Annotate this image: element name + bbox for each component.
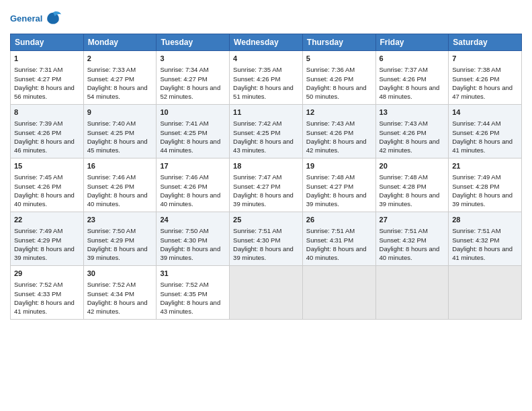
daylight-label: Daylight: 8 hours and 42 minutes. bbox=[380, 138, 440, 154]
daylight-label: Daylight: 8 hours and 44 minutes. bbox=[160, 138, 220, 154]
sunrise-label: Sunrise: 7:43 AM bbox=[306, 120, 355, 127]
header: General bbox=[10, 7, 522, 28]
day-number: 2 bbox=[87, 54, 153, 64]
day-number: 26 bbox=[306, 215, 372, 225]
day-number: 12 bbox=[306, 107, 372, 118]
logo-general: General bbox=[10, 13, 42, 24]
day-number: 14 bbox=[452, 107, 518, 118]
week-row-4: 22Sunrise: 7:49 AMSunset: 4:29 PMDayligh… bbox=[11, 212, 522, 266]
sunset-label: Sunset: 4:30 PM bbox=[233, 236, 280, 244]
sunrise-label: Sunrise: 7:40 AM bbox=[87, 120, 136, 127]
daylight-label: Daylight: 8 hours and 39 minutes. bbox=[87, 245, 148, 261]
daylight-label: Daylight: 8 hours and 45 minutes. bbox=[87, 138, 148, 154]
daylight-label: Daylight: 8 hours and 39 minutes. bbox=[233, 245, 294, 261]
daylight-label: Daylight: 8 hours and 48 minutes. bbox=[380, 84, 440, 100]
day-number: 24 bbox=[160, 215, 226, 225]
day-number: 29 bbox=[14, 269, 80, 279]
sunset-label: Sunset: 4:26 PM bbox=[14, 129, 61, 136]
sunset-label: Sunset: 4:26 PM bbox=[380, 129, 427, 136]
calendar-cell: 23Sunrise: 7:50 AMSunset: 4:29 PMDayligh… bbox=[83, 212, 157, 266]
calendar-cell: 21Sunrise: 7:49 AMSunset: 4:28 PMDayligh… bbox=[449, 158, 522, 212]
daylight-label: Daylight: 8 hours and 39 minutes. bbox=[452, 191, 513, 208]
day-number: 3 bbox=[160, 54, 226, 64]
col-header-friday: Friday bbox=[375, 34, 449, 51]
sunrise-label: Sunrise: 7:49 AM bbox=[452, 173, 500, 181]
sunrise-label: Sunrise: 7:45 AM bbox=[14, 173, 62, 181]
daylight-label: Daylight: 8 hours and 39 minutes. bbox=[380, 191, 440, 208]
daylight-label: Daylight: 8 hours and 40 minutes. bbox=[380, 245, 440, 261]
daylight-label: Daylight: 8 hours and 43 minutes. bbox=[233, 138, 294, 154]
calendar-cell: 2Sunrise: 7:33 AMSunset: 4:27 PMDaylight… bbox=[83, 51, 157, 105]
sunrise-label: Sunrise: 7:46 AM bbox=[160, 173, 208, 181]
sunrise-label: Sunrise: 7:37 AM bbox=[380, 66, 428, 73]
daylight-label: Daylight: 8 hours and 51 minutes. bbox=[233, 84, 294, 100]
daylight-label: Daylight: 8 hours and 39 minutes. bbox=[233, 191, 294, 208]
sunset-label: Sunset: 4:31 PM bbox=[306, 236, 353, 244]
daylight-label: Daylight: 8 hours and 50 minutes. bbox=[306, 84, 367, 100]
calendar-cell: 27Sunrise: 7:51 AMSunset: 4:32 PMDayligh… bbox=[375, 212, 449, 266]
sunset-label: Sunset: 4:27 PM bbox=[160, 75, 207, 83]
day-number: 6 bbox=[380, 54, 445, 64]
sunset-label: Sunset: 4:26 PM bbox=[306, 75, 353, 83]
week-row-2: 8Sunrise: 7:39 AMSunset: 4:26 PMDaylight… bbox=[11, 105, 522, 158]
daylight-label: Daylight: 8 hours and 47 minutes. bbox=[452, 84, 513, 100]
calendar-cell: 1Sunrise: 7:31 AMSunset: 4:27 PMDaylight… bbox=[11, 51, 84, 105]
sunset-label: Sunset: 4:35 PM bbox=[160, 290, 207, 298]
sunrise-label: Sunrise: 7:34 AM bbox=[160, 66, 208, 73]
day-number: 25 bbox=[233, 215, 299, 225]
daylight-label: Daylight: 8 hours and 42 minutes. bbox=[87, 299, 148, 315]
daylight-label: Daylight: 8 hours and 52 minutes. bbox=[160, 84, 220, 100]
sunrise-label: Sunrise: 7:35 AM bbox=[233, 66, 281, 73]
daylight-label: Daylight: 8 hours and 40 minutes. bbox=[306, 245, 367, 261]
col-header-monday: Monday bbox=[83, 34, 157, 51]
sunset-label: Sunset: 4:26 PM bbox=[160, 183, 207, 190]
day-number: 19 bbox=[306, 161, 372, 171]
col-header-sunday: Sunday bbox=[11, 34, 84, 51]
calendar-cell: 3Sunrise: 7:34 AMSunset: 4:27 PMDaylight… bbox=[157, 51, 230, 105]
day-number: 21 bbox=[452, 161, 518, 171]
day-number: 27 bbox=[380, 215, 445, 225]
daylight-label: Daylight: 8 hours and 39 minutes. bbox=[14, 245, 75, 261]
sunrise-label: Sunrise: 7:39 AM bbox=[14, 120, 62, 127]
sunrise-label: Sunrise: 7:36 AM bbox=[306, 66, 355, 73]
sunset-label: Sunset: 4:27 PM bbox=[306, 183, 353, 190]
calendar-cell: 7Sunrise: 7:38 AMSunset: 4:26 PMDaylight… bbox=[449, 51, 522, 105]
sunset-label: Sunset: 4:26 PM bbox=[380, 75, 427, 83]
sunset-label: Sunset: 4:32 PM bbox=[380, 236, 427, 244]
calendar-cell: 15Sunrise: 7:45 AMSunset: 4:26 PMDayligh… bbox=[11, 158, 84, 212]
sunrise-label: Sunrise: 7:41 AM bbox=[160, 120, 208, 127]
day-number: 11 bbox=[233, 107, 299, 118]
day-number: 10 bbox=[160, 107, 226, 118]
daylight-label: Daylight: 8 hours and 43 minutes. bbox=[160, 299, 220, 315]
sunset-label: Sunset: 4:25 PM bbox=[160, 129, 207, 136]
daylight-label: Daylight: 8 hours and 41 minutes. bbox=[452, 245, 513, 261]
daylight-label: Daylight: 8 hours and 46 minutes. bbox=[14, 138, 75, 154]
sunset-label: Sunset: 4:26 PM bbox=[306, 129, 353, 136]
sunset-label: Sunset: 4:29 PM bbox=[87, 236, 134, 244]
daylight-label: Daylight: 8 hours and 54 minutes. bbox=[87, 84, 148, 100]
sunrise-label: Sunrise: 7:51 AM bbox=[233, 227, 281, 234]
calendar-cell: 28Sunrise: 7:51 AMSunset: 4:32 PMDayligh… bbox=[449, 212, 522, 266]
calendar-cell: 20Sunrise: 7:48 AMSunset: 4:28 PMDayligh… bbox=[375, 158, 449, 212]
calendar-cell: 14Sunrise: 7:44 AMSunset: 4:26 PMDayligh… bbox=[449, 105, 522, 158]
calendar-cell: 29Sunrise: 7:52 AMSunset: 4:33 PMDayligh… bbox=[11, 266, 84, 320]
sunrise-label: Sunrise: 7:48 AM bbox=[380, 173, 428, 181]
day-number: 4 bbox=[233, 54, 299, 64]
sunrise-label: Sunrise: 7:50 AM bbox=[87, 227, 136, 234]
sunrise-label: Sunrise: 7:42 AM bbox=[233, 120, 281, 127]
daylight-label: Daylight: 8 hours and 41 minutes. bbox=[452, 138, 513, 154]
day-number: 31 bbox=[160, 269, 226, 279]
col-header-tuesday: Tuesday bbox=[157, 34, 230, 51]
sunrise-label: Sunrise: 7:52 AM bbox=[87, 281, 136, 288]
daylight-label: Daylight: 8 hours and 56 minutes. bbox=[14, 84, 75, 100]
calendar-cell: 24Sunrise: 7:50 AMSunset: 4:30 PMDayligh… bbox=[157, 212, 230, 266]
col-header-saturday: Saturday bbox=[449, 34, 522, 51]
col-header-thursday: Thursday bbox=[302, 34, 375, 51]
sunset-label: Sunset: 4:27 PM bbox=[87, 75, 134, 83]
calendar-cell bbox=[375, 266, 449, 320]
calendar-cell: 11Sunrise: 7:42 AMSunset: 4:25 PMDayligh… bbox=[230, 105, 303, 158]
daylight-label: Daylight: 8 hours and 40 minutes. bbox=[14, 191, 75, 208]
sunset-label: Sunset: 4:30 PM bbox=[160, 236, 207, 244]
day-number: 23 bbox=[87, 215, 153, 225]
sunset-label: Sunset: 4:32 PM bbox=[452, 236, 499, 244]
